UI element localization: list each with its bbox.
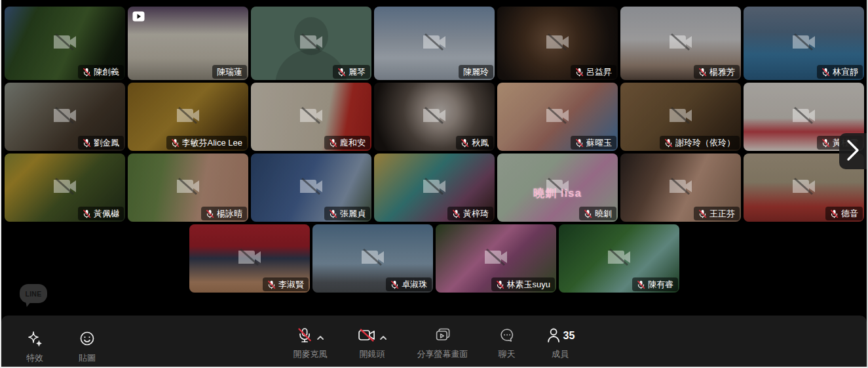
participant-name-badge: 陳瑞蓮 bbox=[212, 65, 247, 79]
mic-muted-icon bbox=[637, 280, 645, 289]
participant-tile[interactable]: 李淑賢 bbox=[189, 224, 310, 293]
share-screen-button[interactable]: 分享螢幕畫面 bbox=[417, 327, 468, 360]
mic-muted-icon bbox=[329, 138, 337, 148]
image-watermark-text: 曉釧 lisa bbox=[533, 186, 582, 201]
participant-name-badge: 陳有睿 bbox=[632, 277, 678, 291]
participant-tile[interactable]: 林宜靜 bbox=[744, 7, 864, 80]
participant-name: 卓淑珠 bbox=[402, 279, 427, 289]
mic-muted-icon bbox=[337, 68, 346, 77]
participant-tile[interactable]: 王正芬 bbox=[620, 153, 741, 222]
participant-name: 龐和安 bbox=[340, 138, 366, 148]
participant-name: 陳麗玲 bbox=[463, 67, 489, 77]
participant-tile[interactable]: 林素玉suyu bbox=[436, 224, 556, 293]
participant-name: 黃梓琦 bbox=[463, 209, 489, 218]
participant-name-badge: 黃梓琦 bbox=[447, 207, 493, 220]
camera-off-icon bbox=[422, 33, 447, 54]
camera-off-icon bbox=[668, 106, 693, 127]
participant-name: 黃佩樾 bbox=[94, 209, 119, 218]
camera-off-icon bbox=[299, 33, 324, 54]
effects-button[interactable]: 特效 bbox=[20, 330, 50, 364]
participant-name-badge: 李敏芬Alice Lee bbox=[166, 136, 247, 150]
participant-name: 陳瑞蓮 bbox=[217, 67, 242, 77]
participant-tile[interactable]: 蘇曜玉 bbox=[497, 83, 618, 151]
participant-name: 林素玉suyu bbox=[507, 279, 550, 289]
mic-muted-icon bbox=[296, 327, 313, 346]
mic-muted-icon bbox=[830, 209, 839, 218]
participant-tile[interactable]: 陳麗玲 bbox=[374, 7, 495, 80]
participant-tile[interactable]: 陳有睿 bbox=[559, 224, 679, 293]
participant-tile[interactable]: 曉釧 lisa曉釧 bbox=[497, 153, 618, 222]
mic-muted-icon bbox=[83, 209, 91, 218]
mic-muted-icon bbox=[329, 209, 337, 218]
camera-off-icon bbox=[360, 248, 385, 269]
camera-off-icon bbox=[791, 177, 816, 198]
participant-name-badge: 楊雅芳 bbox=[694, 65, 740, 79]
members-button[interactable]: 35 成員 bbox=[546, 327, 575, 360]
participant-tile[interactable]: 李敏芬Alice Lee bbox=[128, 83, 248, 151]
camera-off-icon bbox=[545, 33, 570, 54]
camera-off-icon bbox=[422, 106, 447, 127]
share-screen-icon bbox=[434, 327, 451, 346]
participant-tile[interactable]: 龐和安 bbox=[251, 83, 371, 151]
participant-name: 林宜靜 bbox=[833, 67, 858, 77]
participant-tile[interactable]: 劉金鳳 bbox=[5, 83, 125, 151]
participant-name: 秋鳳 bbox=[472, 138, 489, 148]
participant-tile[interactable]: 陳瑞蓮 bbox=[128, 7, 248, 80]
camera-toggle-button[interactable]: 開鏡頭 bbox=[358, 327, 387, 360]
participant-tile[interactable]: 秋鳳 bbox=[374, 83, 495, 151]
mic-muted-icon bbox=[575, 138, 584, 148]
participant-tile[interactable]: 楊詠晴 bbox=[128, 153, 248, 222]
effects-label: 特效 bbox=[26, 352, 43, 364]
mic-muted-icon bbox=[390, 280, 399, 289]
camera-off-icon bbox=[52, 106, 77, 127]
participant-name-badge: 呂益昇 bbox=[571, 65, 616, 79]
participant-name-badge: 林素玉suyu bbox=[491, 277, 555, 291]
camera-off-icon bbox=[483, 248, 508, 269]
participant-name: 謝玲玲（依玲） bbox=[675, 138, 735, 148]
mic-muted-icon bbox=[171, 138, 179, 148]
camera-off-icon bbox=[176, 106, 200, 127]
chat-label: 聊天 bbox=[499, 348, 516, 360]
participant-tile[interactable]: 陳創義 bbox=[5, 7, 125, 80]
participant-name-badge: 麗琴 bbox=[333, 65, 370, 79]
camera-off-icon bbox=[237, 248, 262, 269]
stickers-button[interactable]: 貼圖 bbox=[72, 330, 102, 364]
participant-name-badge: 張麗貞 bbox=[324, 207, 370, 220]
participant-name-badge: 龐和安 bbox=[324, 136, 370, 150]
chat-bubble-icon bbox=[499, 327, 516, 346]
participant-tile[interactable]: 楊雅芳 bbox=[620, 7, 741, 80]
camera-label: 開鏡頭 bbox=[360, 348, 385, 360]
mic-toggle-button[interactable]: 開麥克風 bbox=[293, 327, 328, 360]
participant-name: 李淑賢 bbox=[278, 279, 304, 289]
camera-options-caret-icon[interactable] bbox=[379, 333, 387, 342]
participant-tile[interactable]: 麗琴 bbox=[251, 7, 371, 80]
mic-options-caret-icon[interactable] bbox=[316, 333, 324, 342]
next-page-button[interactable] bbox=[839, 133, 867, 169]
participant-tile[interactable]: 呂益昇 bbox=[497, 7, 618, 80]
participant-tile[interactable]: 黃梓琦 bbox=[374, 153, 495, 222]
participant-tile[interactable]: 卓淑珠 bbox=[312, 224, 433, 293]
camera-off-icon bbox=[791, 33, 816, 54]
chevron-right-icon bbox=[846, 139, 860, 163]
toolbar-center-group: 開麥克風 開鏡頭 分享螢幕 bbox=[293, 327, 575, 360]
participant-tile[interactable]: 謝玲玲（依玲） bbox=[620, 83, 741, 151]
camera-off-icon bbox=[607, 248, 632, 269]
mic-muted-icon bbox=[698, 68, 707, 77]
participant-tile[interactable]: 黃佩樾 bbox=[5, 153, 125, 222]
camera-muted-icon bbox=[358, 327, 376, 346]
mic-muted-icon bbox=[821, 68, 830, 77]
mic-muted-icon bbox=[206, 209, 214, 218]
participant-name: 呂益昇 bbox=[586, 67, 612, 77]
chat-button[interactable]: 聊天 bbox=[499, 327, 516, 360]
participant-name-badge: 李淑賢 bbox=[263, 277, 309, 291]
participant-name: 楊雅芳 bbox=[709, 67, 735, 77]
camera-off-icon bbox=[299, 177, 324, 198]
share-screen-label: 分享螢幕畫面 bbox=[417, 348, 468, 360]
stickers-label: 貼圖 bbox=[79, 352, 96, 364]
participant-name-badge: 卓淑珠 bbox=[386, 277, 432, 291]
mic-muted-icon bbox=[821, 138, 830, 148]
participant-name: 陳創義 bbox=[94, 67, 119, 77]
participant-name-badge: 黃佩樾 bbox=[78, 207, 124, 220]
mic-muted-icon bbox=[83, 138, 91, 148]
participant-tile[interactable]: 張麗貞 bbox=[251, 153, 371, 222]
